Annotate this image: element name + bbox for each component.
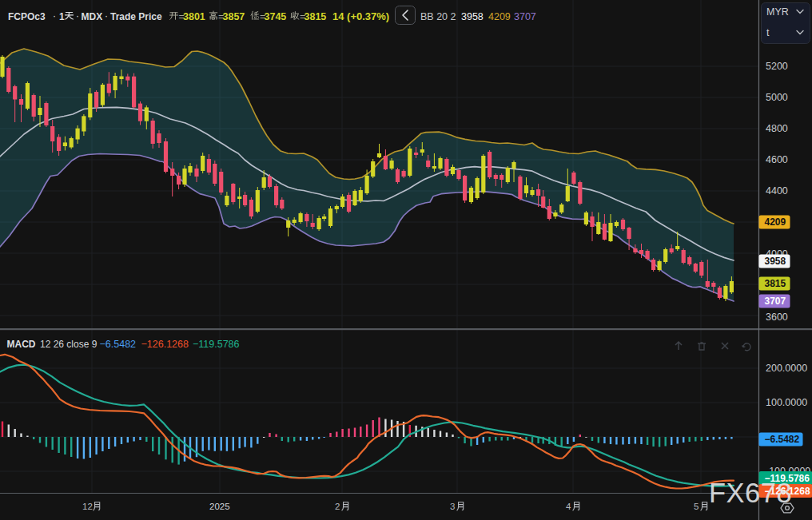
svg-text:5200: 5200 <box>766 61 788 72</box>
svg-text:Trade Price: Trade Price <box>110 11 162 22</box>
svg-text:12: 12 <box>82 502 93 511</box>
svg-text:·: · <box>53 10 56 22</box>
svg-text:1: 1 <box>59 11 65 22</box>
svg-text:5: 5 <box>694 502 699 511</box>
svg-text:3958: 3958 <box>461 11 484 22</box>
svg-text:4209: 4209 <box>488 11 511 22</box>
svg-text:2: 2 <box>335 502 340 511</box>
svg-text:MYR: MYR <box>766 6 789 18</box>
svg-text:−126.1268: −126.1268 <box>141 339 189 350</box>
svg-text:3801: 3801 <box>183 11 205 22</box>
svg-text:12 26 close 9: 12 26 close 9 <box>40 339 98 350</box>
svg-text:FCPOc3: FCPOc3 <box>8 11 46 22</box>
svg-text:4: 4 <box>566 502 571 511</box>
svg-text:·: · <box>76 10 79 22</box>
svg-text:100.0000: 100.0000 <box>766 397 807 408</box>
svg-text:3745: 3745 <box>265 11 287 22</box>
svg-text:14 (+0.37%): 14 (+0.37%) <box>332 10 389 22</box>
svg-text:3857: 3857 <box>223 11 245 22</box>
svg-text:4209: 4209 <box>765 216 786 228</box>
svg-text:−119.5786: −119.5786 <box>193 339 240 350</box>
svg-text:5000: 5000 <box>766 92 788 103</box>
svg-text:4800: 4800 <box>766 123 788 134</box>
svg-text:3707: 3707 <box>765 296 786 307</box>
svg-text:3815: 3815 <box>765 278 786 289</box>
svg-text:4400: 4400 <box>766 185 788 196</box>
svg-text:4600: 4600 <box>766 154 788 165</box>
svg-text:−6.5482: −6.5482 <box>100 339 137 350</box>
svg-text:2025: 2025 <box>209 502 230 511</box>
svg-text:BB 20 2: BB 20 2 <box>420 11 456 22</box>
svg-text:3707: 3707 <box>514 11 536 22</box>
svg-text:MACD: MACD <box>7 339 36 350</box>
svg-text:3600: 3600 <box>766 312 788 323</box>
svg-text:MDX: MDX <box>82 11 103 22</box>
svg-text:3: 3 <box>450 502 455 511</box>
svg-text:·: · <box>105 10 108 22</box>
svg-text:200.0000: 200.0000 <box>766 363 807 374</box>
svg-text:−6.5482: −6.5482 <box>765 434 800 445</box>
svg-text:3815: 3815 <box>304 11 327 22</box>
svg-text:t: t <box>766 27 770 38</box>
svg-text:3958: 3958 <box>765 256 786 267</box>
svg-text:FX678: FX678 <box>709 478 792 508</box>
